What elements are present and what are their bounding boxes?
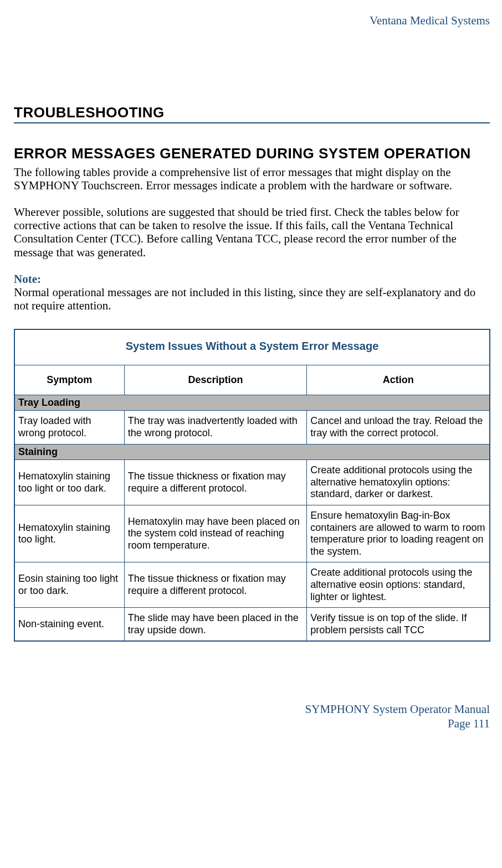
cell-action: Create additional protocols using the al… xyxy=(307,562,490,608)
cell-description: The tissue thickness or fixation may req… xyxy=(124,460,307,505)
section-tray-loading: Tray Loading xyxy=(14,395,490,411)
cell-symptom: Tray loaded with wrong protocol. xyxy=(14,411,124,444)
paragraph-intro-1: The following tables provide a comprehen… xyxy=(14,166,490,192)
note-body: Normal operational messages are not incl… xyxy=(14,286,475,312)
issues-table: System Issues Without a System Error Mes… xyxy=(14,329,490,642)
table-title: System Issues Without a System Error Mes… xyxy=(14,329,490,365)
header-company: Ventana Medical Systems xyxy=(14,14,490,27)
cell-symptom: Hematoxylin staining too light. xyxy=(14,505,124,562)
col-header-action: Action xyxy=(307,365,490,395)
table-row: Non-staining event. The slide may have b… xyxy=(14,608,490,642)
cell-action: Verify tissue is on top of the slide. If… xyxy=(307,608,490,642)
table-row: Hematoxylin staining too light or too da… xyxy=(14,460,490,505)
table-row: Eosin staining too light or too dark. Th… xyxy=(14,562,490,608)
cell-description: The slide may have been placed in the tr… xyxy=(124,608,307,642)
title-error-messages: ERROR MESSAGES GENERATED DURING SYSTEM O… xyxy=(14,146,490,162)
footer-manual-title: SYMPHONY System Operator Manual xyxy=(305,702,490,716)
cell-action: Ensure hematoxylin Bag-in-Box containers… xyxy=(307,505,490,562)
cell-description: The tray was inadvertently loaded with t… xyxy=(124,411,307,444)
section-staining: Staining xyxy=(14,444,490,460)
cell-symptom: Hematoxylin staining too light or too da… xyxy=(14,460,124,505)
cell-symptom: Non-staining event. xyxy=(14,608,124,642)
table-row: Tray loaded with wrong protocol. The tra… xyxy=(14,411,490,444)
cell-action: Cancel and unload the tray. Reload the t… xyxy=(307,411,490,444)
footer: SYMPHONY System Operator Manual Page 111 xyxy=(14,702,490,730)
title-troubleshooting: TROUBLESHOOTING xyxy=(14,105,490,123)
cell-action: Create additional protocols using the al… xyxy=(307,460,490,505)
paragraph-intro-2: Wherever possible, solutions are suggest… xyxy=(14,205,490,259)
table-row: Hematoxylin staining too light. Hematoxy… xyxy=(14,505,490,562)
note-label: Note: xyxy=(14,272,41,286)
footer-page-number: Page 111 xyxy=(448,717,490,730)
col-header-symptom: Symptom xyxy=(14,365,124,395)
col-header-description: Description xyxy=(124,365,307,395)
cell-description: The tissue thickness or fixation may req… xyxy=(124,562,307,608)
cell-description: Hematoxylin may have been placed on the … xyxy=(124,505,307,562)
cell-symptom: Eosin staining too light or too dark. xyxy=(14,562,124,608)
note-block: Note: Normal operational messages are no… xyxy=(14,272,490,312)
